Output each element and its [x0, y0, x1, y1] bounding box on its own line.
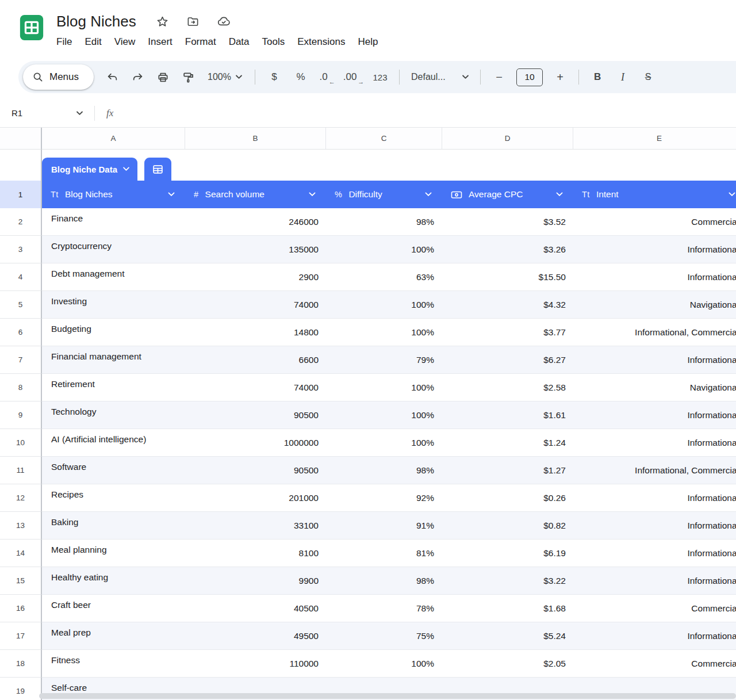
- difficulty-cell[interactable]: 79%: [326, 346, 442, 374]
- font-select[interactable]: Defaul...: [405, 66, 474, 89]
- search-volume-cell[interactable]: 74000: [185, 291, 326, 319]
- intent-cell[interactable]: Commercial: [573, 595, 736, 622]
- intent-cell[interactable]: Informational: [573, 512, 736, 540]
- difficulty-cell[interactable]: 100%: [326, 401, 442, 429]
- row-number[interactable]: 10: [0, 429, 42, 457]
- row-number[interactable]: 17: [0, 622, 42, 650]
- column-header-d[interactable]: D: [442, 128, 573, 150]
- cpc-cell[interactable]: $1.24: [442, 429, 573, 457]
- menu-edit[interactable]: Edit: [78, 33, 108, 51]
- search-volume-cell[interactable]: 1000000: [185, 429, 326, 457]
- chevron-down-icon[interactable]: [425, 192, 432, 197]
- cloud-status-icon[interactable]: [217, 14, 231, 28]
- row-number[interactable]: 9: [0, 401, 42, 429]
- intent-cell[interactable]: Informational: [573, 567, 736, 595]
- search-volume-cell[interactable]: 49500: [185, 622, 326, 650]
- search-volume-cell[interactable]: 2900: [185, 263, 326, 291]
- search-volume-cell[interactable]: 8100: [185, 540, 326, 567]
- intent-cell[interactable]: Informational: [573, 263, 736, 291]
- difficulty-cell[interactable]: 78%: [326, 595, 442, 622]
- currency-format-button[interactable]: $: [261, 66, 288, 89]
- intent-cell[interactable]: Informational, Commercial: [573, 457, 736, 484]
- difficulty-cell[interactable]: 100%: [326, 374, 442, 401]
- search-volume-cell[interactable]: 74000: [185, 374, 326, 401]
- table-header-average-cpc[interactable]: Average CPC: [442, 181, 573, 208]
- table-header-blog-niches[interactable]: Tt Blog Niches: [42, 181, 185, 208]
- row-number[interactable]: 1: [0, 181, 42, 208]
- cpc-cell[interactable]: $3.77: [442, 319, 573, 346]
- increase-decimal-button[interactable]: .00 →: [340, 66, 367, 89]
- undo-button[interactable]: [99, 66, 125, 89]
- row-number[interactable]: 5: [0, 291, 42, 319]
- search-volume-cell[interactable]: 135000: [185, 236, 326, 263]
- intent-cell[interactable]: Informational: [573, 484, 736, 512]
- search-volume-cell[interactable]: 201000: [185, 484, 326, 512]
- difficulty-cell[interactable]: 91%: [326, 512, 442, 540]
- row-number[interactable]: 16: [0, 595, 42, 622]
- niche-cell[interactable]: Finance: [42, 208, 185, 236]
- cpc-cell[interactable]: $3.26: [442, 236, 573, 263]
- intent-cell[interactable]: Navigational: [573, 291, 736, 319]
- cpc-cell[interactable]: $1.68: [442, 595, 573, 622]
- cpc-cell[interactable]: $0.82: [442, 512, 573, 540]
- table-name-chip[interactable]: Blog Niche Data: [42, 158, 137, 181]
- niche-cell[interactable]: Software: [42, 457, 185, 484]
- difficulty-cell[interactable]: 100%: [326, 319, 442, 346]
- search-volume-cell[interactable]: 246000: [185, 208, 326, 236]
- menu-help[interactable]: Help: [351, 33, 384, 51]
- formula-input[interactable]: [113, 99, 736, 127]
- print-button[interactable]: [150, 66, 175, 89]
- redo-button[interactable]: [125, 66, 150, 89]
- niche-cell[interactable]: Debt management: [42, 263, 185, 291]
- bold-button[interactable]: B: [585, 66, 610, 89]
- menu-insert[interactable]: Insert: [141, 33, 179, 51]
- column-header-e[interactable]: E: [573, 128, 736, 150]
- search-volume-cell[interactable]: 9900: [185, 567, 326, 595]
- cpc-cell[interactable]: $2.05: [442, 650, 573, 678]
- cpc-cell[interactable]: $1.27: [442, 457, 573, 484]
- intent-cell[interactable]: Informational, Commercial: [573, 319, 736, 346]
- cpc-cell[interactable]: $3.52: [442, 208, 573, 236]
- intent-cell[interactable]: Navigational: [573, 374, 736, 401]
- row-number[interactable]: 12: [0, 484, 42, 512]
- cpc-cell[interactable]: $1.61: [442, 401, 573, 429]
- cpc-cell[interactable]: $4.32: [442, 291, 573, 319]
- row-number[interactable]: 13: [0, 512, 42, 540]
- niche-cell[interactable]: Meal prep: [42, 622, 185, 650]
- paint-format-button[interactable]: [175, 66, 201, 89]
- chevron-down-icon[interactable]: [309, 192, 316, 197]
- row-number[interactable]: 14: [0, 540, 42, 567]
- menu-data[interactable]: Data: [223, 33, 256, 51]
- search-volume-cell[interactable]: 14800: [185, 319, 326, 346]
- zoom-select[interactable]: 100%: [201, 66, 249, 89]
- column-header-b[interactable]: B: [185, 128, 326, 150]
- intent-cell[interactable]: Informational: [573, 346, 736, 374]
- table-menu-chip[interactable]: [144, 158, 171, 181]
- search-menus-button[interactable]: Menus: [23, 64, 94, 90]
- niche-cell[interactable]: AI (Artificial intelligence): [42, 429, 185, 457]
- chevron-down-icon[interactable]: [168, 192, 175, 197]
- cpc-cell[interactable]: $3.22: [442, 567, 573, 595]
- column-header-a[interactable]: A: [42, 128, 185, 150]
- intent-cell[interactable]: Commercial: [573, 650, 736, 678]
- niche-cell[interactable]: Meal planning: [42, 540, 185, 567]
- name-box[interactable]: R1: [12, 108, 87, 118]
- row-number[interactable]: 6: [0, 319, 42, 346]
- sheets-logo-icon[interactable]: [18, 14, 45, 41]
- niche-cell[interactable]: Financial management: [42, 346, 185, 374]
- select-all-corner[interactable]: [0, 128, 42, 150]
- row-number[interactable]: 18: [0, 650, 42, 678]
- niche-cell[interactable]: Budgeting: [42, 319, 185, 346]
- cpc-cell[interactable]: $6.19: [442, 540, 573, 567]
- search-volume-cell[interactable]: 40500: [185, 595, 326, 622]
- cpc-cell[interactable]: $0.26: [442, 484, 573, 512]
- menu-tools[interactable]: Tools: [256, 33, 292, 51]
- increase-font-size-button[interactable]: +: [547, 66, 573, 89]
- row-number[interactable]: 7: [0, 346, 42, 374]
- row-number[interactable]: 11: [0, 457, 42, 484]
- niche-cell[interactable]: Healthy eating: [42, 567, 185, 595]
- horizontal-scrollbar[interactable]: [39, 693, 736, 699]
- row-number[interactable]: 2: [0, 208, 42, 236]
- strikethrough-button[interactable]: S: [635, 66, 661, 89]
- decrease-decimal-button[interactable]: .0 ←: [314, 66, 340, 89]
